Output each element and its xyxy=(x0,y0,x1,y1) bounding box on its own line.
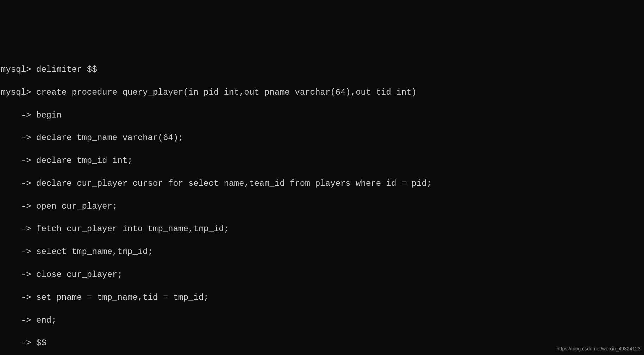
terminal-line: -> open cur_player; xyxy=(1,201,644,212)
terminal-line: -> set pname = tmp_name,tid = tmp_id; xyxy=(1,292,644,303)
terminal-line: -> declare tmp_id int; xyxy=(1,155,644,166)
terminal-line: -> begin xyxy=(1,110,644,121)
terminal-line: -> $$ xyxy=(1,337,644,349)
terminal-line: -> select tmp_name,tmp_id; xyxy=(1,246,644,258)
terminal-line: -> declare tmp_name varchar(64); xyxy=(1,132,644,144)
terminal-line: -> close cur_player; xyxy=(1,269,644,280)
terminal-line: -> declare cur_player cursor for select … xyxy=(1,178,644,189)
terminal-output: mysql> delimiter $$ mysql> create proced… xyxy=(0,46,644,355)
terminal-line: mysql> create procedure query_player(in … xyxy=(1,87,644,98)
terminal-line: mysql> delimiter $$ xyxy=(1,64,644,75)
watermark-text: https://blog.csdn.net/weixin_49324123 xyxy=(557,346,640,352)
terminal-line: -> fetch cur_player into tmp_name,tmp_id… xyxy=(1,223,644,235)
terminal-line: -> end; xyxy=(1,315,644,326)
